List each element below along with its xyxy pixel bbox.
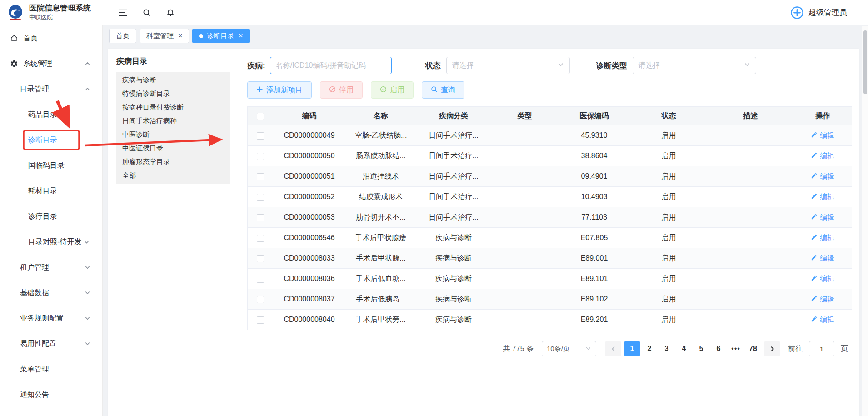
row-checkbox[interactable]: [257, 153, 264, 160]
page-number-6[interactable]: 6: [711, 341, 726, 356]
sidebar-item-13[interactable]: 易用性配置: [0, 331, 102, 356]
cell-status: 启用: [630, 289, 708, 310]
cell-desc: [708, 310, 794, 330]
app-title: 医院信息管理系统: [29, 4, 91, 13]
column-header-7: 描述: [708, 107, 794, 125]
catalog-item-4[interactable]: 日间手术治疗病种: [116, 114, 230, 128]
page-number-2[interactable]: 2: [642, 341, 657, 356]
cell-code: CD0000000050: [273, 146, 346, 166]
page-number-4[interactable]: 4: [676, 341, 692, 356]
sidebar-item-12[interactable]: 业务规则配置: [0, 306, 102, 331]
sidebar-item-label: 耗材目录: [28, 186, 57, 196]
row-checkbox[interactable]: [257, 194, 264, 201]
search-icon[interactable]: [142, 8, 151, 17]
sidebar-item-2[interactable]: 系统管理: [0, 51, 102, 76]
sidebar-item-7[interactable]: 耗材目录: [0, 178, 102, 204]
row-checkbox[interactable]: [257, 255, 264, 262]
sidebar-item-15[interactable]: 通知公告: [0, 382, 102, 407]
enable-button[interactable]: 启用: [371, 81, 414, 99]
row-checkbox[interactable]: [257, 235, 264, 242]
sidebar-item-label: 系统管理: [23, 59, 52, 69]
sidebar-item-11[interactable]: 基础数据: [0, 280, 102, 306]
cell-desc: [708, 166, 794, 187]
prev-page-button[interactable]: [605, 341, 621, 356]
edit-button[interactable]: 编辑: [811, 274, 834, 284]
page-number-1[interactable]: 1: [624, 341, 640, 356]
gear-icon: [10, 60, 18, 68]
edit-icon: [811, 131, 818, 140]
catalog-item-6[interactable]: 中医证候目录: [116, 141, 230, 155]
tab-label: 科室管理: [146, 32, 174, 40]
page-size-select[interactable]: 10条/页: [542, 341, 596, 356]
cell-category: 日间手术治疗...: [416, 146, 491, 166]
catalog-item-7[interactable]: 肿瘤形态学目录: [116, 155, 230, 169]
column-header-6: 状态: [630, 107, 708, 125]
tab-3[interactable]: 诊断目录×: [192, 29, 249, 43]
sidebar-item-label: 国临码目录: [28, 161, 65, 170]
column-header-3: 疾病分类: [416, 107, 491, 125]
vertical-scrollbar[interactable]: [862, 26, 868, 416]
select-all-header: [248, 107, 273, 125]
catalog-item-3[interactable]: 按病种目录付费诊断: [116, 100, 230, 114]
status-select[interactable]: 请选择: [446, 57, 570, 74]
admin-menu[interactable]: 超级管理员: [790, 6, 847, 20]
edit-button[interactable]: 编辑: [811, 192, 834, 202]
page-number-5[interactable]: 5: [693, 341, 709, 356]
edit-button[interactable]: 编辑: [811, 151, 834, 161]
next-page-button[interactable]: [764, 341, 780, 356]
sidebar-item-4[interactable]: 药品目录: [0, 102, 102, 127]
disable-button[interactable]: 停用: [320, 81, 363, 99]
catalog-item-1[interactable]: 疾病与诊断: [116, 73, 230, 87]
collapse-menu-icon[interactable]: [118, 9, 128, 17]
close-icon[interactable]: ×: [178, 32, 182, 40]
disable-label: 停用: [339, 85, 354, 95]
add-item-button[interactable]: 添加新项目: [247, 81, 312, 99]
page-number-78[interactable]: 78: [745, 341, 761, 356]
sidebar-item-10[interactable]: 租户管理: [0, 255, 102, 280]
tab-1[interactable]: 首页: [109, 29, 136, 43]
catalog-item-8[interactable]: 全部: [116, 169, 230, 182]
page-number-3[interactable]: 3: [659, 341, 674, 356]
cell-code: CD0000008040: [273, 310, 346, 330]
row-checkbox[interactable]: [257, 214, 264, 221]
row-checkbox[interactable]: [257, 296, 264, 303]
edit-button[interactable]: 编辑: [811, 131, 834, 140]
catalog-item-2[interactable]: 特慢病诊断目录: [116, 87, 230, 100]
diagnosis-type-select[interactable]: 请选择: [633, 57, 756, 74]
edit-button[interactable]: 编辑: [811, 295, 834, 304]
row-checkbox[interactable]: [257, 132, 264, 140]
sidebar-item-label: 易用性配置: [20, 339, 56, 349]
row-checkbox[interactable]: [257, 316, 264, 324]
cell-insurance: 38.8604: [559, 146, 630, 166]
goto-page-input[interactable]: [809, 341, 834, 356]
pagination: 共 775 条 10条/页 123456•••78 前往 页: [247, 341, 848, 367]
sidebar-item-label: 通知公告: [20, 390, 49, 400]
edit-button[interactable]: 编辑: [811, 254, 834, 263]
edit-button[interactable]: 编辑: [811, 233, 834, 243]
sidebar-item-3[interactable]: 目录管理: [0, 76, 102, 102]
scrollbar-thumb[interactable]: [863, 30, 867, 94]
bell-icon[interactable]: [166, 8, 175, 17]
cell-type: [491, 146, 559, 166]
query-button[interactable]: 查询: [422, 81, 464, 99]
total-count: 共 775 条: [503, 344, 534, 354]
select-all-checkbox[interactable]: [257, 113, 264, 120]
sidebar-item-9[interactable]: 目录对照-待开发: [0, 229, 102, 255]
close-icon[interactable]: ×: [239, 32, 243, 40]
toolbar: 添加新项目 停用 启用 查询: [247, 81, 848, 99]
catalog-item-5[interactable]: 中医诊断: [116, 128, 230, 141]
cell-status: 启用: [630, 166, 708, 187]
tab-2[interactable]: 科室管理×: [140, 29, 189, 43]
sidebar-item-8[interactable]: 诊疗目录: [0, 204, 102, 229]
disease-input[interactable]: [270, 57, 392, 74]
edit-button[interactable]: 编辑: [811, 213, 834, 222]
sidebar-item-5[interactable]: 诊断目录: [0, 127, 102, 153]
sidebar-item-1[interactable]: 首页: [0, 25, 102, 51]
cell-code: CD0000000049: [273, 125, 346, 146]
row-checkbox[interactable]: [257, 276, 264, 283]
edit-button[interactable]: 编辑: [811, 172, 834, 181]
sidebar-item-14[interactable]: 菜单管理: [0, 356, 102, 382]
row-checkbox[interactable]: [257, 173, 264, 180]
sidebar-item-6[interactable]: 国临码目录: [0, 153, 102, 178]
edit-button[interactable]: 编辑: [811, 315, 834, 325]
